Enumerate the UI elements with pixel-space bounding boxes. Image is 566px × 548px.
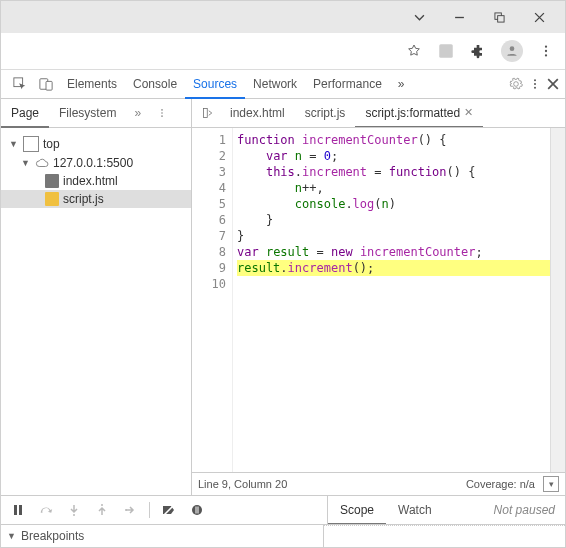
breakpoints-section: ▼Breakpoints [1, 524, 565, 547]
tab-performance[interactable]: Performance [305, 70, 390, 98]
scope-content [324, 525, 565, 547]
tab-elements[interactable]: Elements [59, 70, 125, 98]
pause-on-exceptions-icon[interactable] [188, 501, 206, 519]
svg-rect-16 [204, 109, 208, 118]
frame-icon [23, 136, 39, 152]
tab-network[interactable]: Network [245, 70, 305, 98]
file-nav-icon[interactable] [196, 99, 220, 127]
file-tab-index[interactable]: index.html [220, 99, 295, 127]
deactivate-breakpoints-icon[interactable] [160, 501, 178, 519]
file-tree: ▼top ▼127.0.0.1:5500 index.html script.j… [1, 134, 191, 208]
profile-avatar[interactable] [501, 40, 523, 62]
inspect-icon[interactable] [7, 70, 33, 98]
menu-icon[interactable] [537, 42, 555, 60]
step-out-icon[interactable] [93, 501, 111, 519]
tab-watch[interactable]: Watch [386, 496, 444, 524]
svg-point-5 [545, 50, 547, 52]
navigator-tabs: Page Filesystem » [1, 99, 192, 127]
debug-controls [1, 496, 328, 524]
device-icon[interactable] [33, 70, 59, 98]
breakpoints-label: Breakpoints [21, 529, 84, 543]
svg-point-15 [161, 115, 163, 117]
nav-tab-page[interactable]: Page [1, 99, 49, 128]
svg-point-19 [73, 514, 75, 516]
tab-scope[interactable]: Scope [328, 496, 386, 525]
svg-point-3 [510, 46, 515, 51]
tree-top[interactable]: ▼top [1, 134, 191, 154]
tree-label: script.js [63, 192, 104, 206]
svg-point-21 [125, 509, 127, 511]
line-gutter: 12345678910 [192, 128, 233, 472]
document-icon [45, 174, 59, 188]
tab-sources[interactable]: Sources [185, 70, 245, 99]
scrollbar-vertical[interactable] [550, 128, 565, 472]
svg-point-13 [161, 109, 163, 111]
browser-toolbar [1, 33, 565, 70]
close-icon[interactable]: ✕ [464, 106, 473, 119]
file-tab-label: index.html [230, 106, 285, 120]
tree-origin[interactable]: ▼127.0.0.1:5500 [1, 154, 191, 172]
svg-point-11 [534, 83, 536, 85]
editor-scroll[interactable]: 12345678910 function incrementCounter() … [192, 128, 565, 472]
sources-main: ▼top ▼127.0.0.1:5500 index.html script.j… [1, 128, 565, 495]
svg-point-22 [192, 505, 202, 515]
pause-icon[interactable] [9, 501, 27, 519]
paused-status: Not paused [484, 496, 565, 524]
window-titlebar [1, 1, 565, 33]
nav-tabs-menu-icon[interactable] [149, 99, 175, 127]
cursor-position: Line 9, Column 20 [198, 478, 287, 490]
cloud-icon [35, 156, 49, 170]
svg-point-12 [534, 87, 536, 89]
file-tab-label: script.js:formatted [365, 106, 460, 120]
step-into-icon[interactable] [65, 501, 83, 519]
extensions-icon[interactable] [469, 42, 487, 60]
svg-rect-18 [19, 505, 22, 515]
tab-dropdown-icon[interactable] [399, 3, 439, 31]
file-tab-script-formatted[interactable]: script.js:formatted✕ [355, 99, 483, 127]
step-over-icon[interactable] [37, 501, 55, 519]
file-tab-script[interactable]: script.js [295, 99, 356, 127]
svg-point-20 [101, 504, 103, 506]
nav-tab-filesystem[interactable]: Filesystem [49, 99, 126, 127]
editor-statusbar: Line 9, Column 20 Coverage: n/a ▾ [192, 472, 565, 495]
file-tabs: index.html script.js script.js:formatted… [192, 99, 565, 127]
tree-label: 127.0.0.1:5500 [53, 156, 133, 170]
svg-rect-9 [46, 81, 52, 90]
breakpoints-header[interactable]: ▼Breakpoints [1, 525, 324, 547]
navigator-panel: ▼top ▼127.0.0.1:5500 index.html script.j… [1, 128, 192, 495]
tree-label: index.html [63, 174, 118, 188]
tab-console[interactable]: Console [125, 70, 185, 98]
nav-tabs-overflow-icon[interactable]: » [126, 99, 149, 127]
show-coverage-icon[interactable]: ▾ [543, 476, 559, 492]
account-icon[interactable] [437, 42, 455, 60]
svg-rect-24 [198, 507, 199, 514]
svg-point-14 [161, 112, 163, 114]
svg-rect-17 [14, 505, 17, 515]
step-icon[interactable] [121, 501, 139, 519]
gear-icon[interactable] [509, 77, 523, 91]
file-tab-label: script.js [305, 106, 346, 120]
sources-subrow: Page Filesystem » index.html script.js s… [1, 99, 565, 128]
devtools-tabs: Elements Console Sources Network Perform… [1, 70, 565, 99]
svg-point-4 [545, 45, 547, 47]
maximize-button[interactable] [479, 3, 519, 31]
svg-rect-1 [497, 15, 503, 21]
close-button[interactable] [519, 3, 559, 31]
tree-label: top [43, 137, 60, 151]
debug-sidebar-tabs: Scope Watch Not paused [328, 496, 565, 524]
tree-file-index[interactable]: index.html [1, 172, 191, 190]
svg-rect-23 [196, 507, 197, 514]
code-area[interactable]: function incrementCounter() { var n = 0;… [233, 128, 550, 472]
star-icon[interactable] [405, 42, 423, 60]
svg-rect-2 [439, 44, 453, 58]
tree-file-script[interactable]: script.js [1, 190, 191, 208]
devtools-close-icon[interactable] [547, 78, 559, 90]
svg-point-6 [545, 54, 547, 56]
svg-point-10 [534, 79, 536, 81]
tabs-overflow-icon[interactable]: » [390, 70, 413, 98]
kebab-icon[interactable] [529, 77, 541, 91]
js-file-icon [45, 192, 59, 206]
debugger-toolbar: Scope Watch Not paused [1, 495, 565, 524]
editor: 12345678910 function incrementCounter() … [192, 128, 565, 495]
minimize-button[interactable] [439, 3, 479, 31]
